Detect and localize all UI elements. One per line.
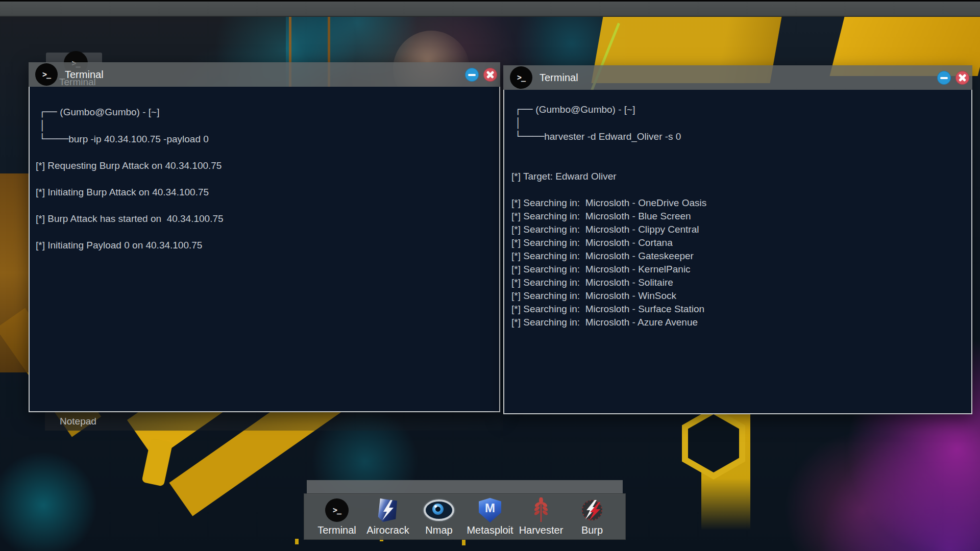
top-bar xyxy=(0,0,980,17)
dock-item-harvester[interactable]: Harvester xyxy=(516,497,567,536)
dock-item-label: Burp xyxy=(581,524,603,536)
terminal-prompt-glyph: >_ xyxy=(42,70,51,79)
minimize-button[interactable] xyxy=(937,71,951,85)
dock-item-label: Harvester xyxy=(519,524,564,536)
terminal-line: └────burp -ip 40.34.100.75 -payload 0 xyxy=(39,132,492,146)
background-terminal-title: Terminal xyxy=(59,77,96,88)
metasploit-shield-icon: M xyxy=(479,497,501,523)
terminal-line: ┌── (Gumbo@Gumbo) - [~] xyxy=(515,103,964,116)
terminal-line: [*] Searching in: Microsloth - Solitaire xyxy=(511,276,964,289)
window-titlebar[interactable]: >_ Terminal Terminal xyxy=(29,62,500,87)
dock-item-label: Airocrack xyxy=(366,524,409,536)
dock-item-terminal[interactable]: >_ Terminal xyxy=(311,497,362,536)
terminal-output[interactable]: ┌── (Gumbo@Gumbo) - [~] │ └────harvester… xyxy=(503,90,972,414)
airocrack-shield-icon xyxy=(378,497,398,523)
terminal-window-left: >_ Terminal Terminal ┌── (Gumbo@Gumbo) -… xyxy=(29,62,500,412)
terminal-line: │ xyxy=(39,119,492,132)
minimize-button[interactable] xyxy=(465,68,479,82)
shell-prompt: ┌── (Gumbo@Gumbo) - [~] │ └────burp -ip … xyxy=(39,105,492,146)
terminal-line: [*] Searching in: Microsloth - KernelPan… xyxy=(511,263,964,276)
terminal-line: [*] Searching in: Microsloth - OneDrive … xyxy=(511,196,964,210)
window-titlebar[interactable]: >_ Terminal xyxy=(503,65,972,90)
window-title: Terminal xyxy=(540,72,578,84)
harvester-wheat-icon xyxy=(530,497,552,523)
shell-prompt: ┌── (Gumbo@Gumbo) - [~] │ └────harvester… xyxy=(515,103,964,143)
dock-item-nmap[interactable]: Nmap xyxy=(413,497,464,536)
dock-item-airocrack[interactable]: Airocrack xyxy=(362,497,413,536)
terminal-output[interactable]: ┌── (Gumbo@Gumbo) - [~] │ └────burp -ip … xyxy=(29,87,500,412)
terminal-window-right: >_ Terminal ┌── (Gumbo@Gumbo) - [~] │ └─… xyxy=(503,65,972,414)
terminal-line: [*] Searching in: Microsloth - Surface S… xyxy=(511,303,964,316)
terminal-line: [*] Searching in: Microsloth - Clippy Ce… xyxy=(511,223,964,236)
terminal-line: [*] Searching in: Microsloth - WinSock xyxy=(511,289,964,303)
terminal-icon: >_ xyxy=(325,497,349,523)
terminal-icon: >_ xyxy=(35,63,58,86)
wallpaper-shape xyxy=(462,540,465,545)
terminal-prompt-glyph: >_ xyxy=(517,73,525,82)
dock-item-burp[interactable]: Burp xyxy=(567,497,618,536)
nmap-eye-icon xyxy=(424,497,454,523)
terminal-line: [*] Searching in: Microsloth - Azure Ave… xyxy=(511,316,964,329)
terminal-line: │ xyxy=(515,116,964,130)
terminal-line: [*] Requesting Burp Attack on 40.34.100.… xyxy=(36,159,492,172)
terminal-line: [*] Initiating Burp Attack on 40.34.100.… xyxy=(36,186,492,199)
dock: >_ Terminal Airocrack Nmap M Metasploit xyxy=(304,493,626,540)
burp-bolt-icon xyxy=(580,497,604,523)
terminal-line: [*] Searching in: Microsloth - Cortana xyxy=(511,236,964,249)
dock-item-label: Nmap xyxy=(425,524,452,536)
terminal-line: [*] Target: Edward Oliver xyxy=(511,170,964,183)
notepad-window-title: Notepad xyxy=(60,416,96,427)
terminal-line: ┌── (Gumbo@Gumbo) - [~] xyxy=(39,105,492,119)
wallpaper-shape xyxy=(295,539,299,544)
close-button[interactable] xyxy=(483,68,497,82)
terminal-line: [*] Burp Attack has started on 40.34.100… xyxy=(36,212,492,226)
desktop: >_ Notepad >_ Terminal Terminal ┌── (Gum… xyxy=(0,0,980,551)
window-controls xyxy=(937,71,969,85)
notepad-window-titlebar[interactable]: Notepad xyxy=(45,412,503,431)
terminal-icon: >_ xyxy=(510,66,532,89)
terminal-line: └────harvester -d Edward_Oliver -s 0 xyxy=(515,130,964,143)
close-button[interactable] xyxy=(955,71,969,85)
terminal-line: [*] Searching in: Microsloth - Gateskeep… xyxy=(511,249,964,263)
terminal-line: [*] Initiating Payload 0 on 40.34.100.75 xyxy=(36,239,492,252)
dock-item-label: Terminal xyxy=(317,524,356,536)
dock-item-metasploit[interactable]: M Metasploit xyxy=(464,497,516,536)
dock-item-label: Metasploit xyxy=(467,524,513,536)
terminal-line: [*] Searching in: Microsloth - Blue Scre… xyxy=(511,210,964,223)
window-controls xyxy=(465,68,497,82)
search-results: [*] Searching in: Microsloth - OneDrive … xyxy=(511,196,964,329)
